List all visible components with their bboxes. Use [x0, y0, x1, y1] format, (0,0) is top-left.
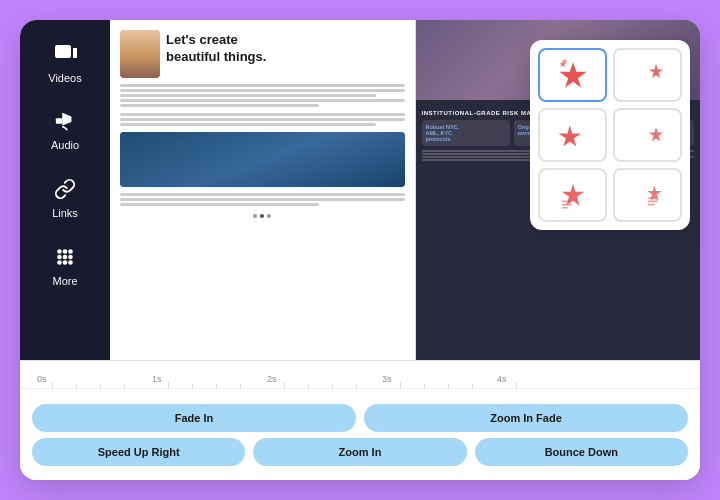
ruler-label-3s: 3s: [382, 374, 392, 384]
timeline-area: 0s 1s 2s 3s 4s: [20, 360, 700, 480]
svg-point-9: [68, 249, 73, 254]
dot-2: [260, 214, 264, 218]
book-headline: Let's createbeautiful things.: [166, 32, 405, 66]
star-cell-small[interactable]: [613, 48, 682, 102]
page-dots: [120, 212, 405, 220]
zoom-in-button[interactable]: Zoom In: [253, 438, 466, 466]
sidebar-item-links-label: Links: [52, 207, 78, 219]
links-icon: [54, 178, 76, 203]
svg-marker-16: [558, 125, 580, 146]
svg-point-11: [68, 260, 73, 265]
star-cell-left[interactable]: [538, 108, 607, 162]
svg-point-6: [63, 254, 68, 259]
svg-point-4: [63, 249, 68, 254]
hands-image: [120, 132, 405, 187]
svg-point-8: [63, 260, 68, 265]
body-text-block-1: [120, 84, 405, 107]
book-left-page: Let's createbeautiful things.: [110, 20, 416, 360]
animation-buttons: Fade In Zoom In Fade Speed Up Right Zoom…: [20, 389, 700, 480]
ruler-label-2s: 2s: [267, 374, 277, 384]
content-area: Let's createbeautiful things.: [110, 20, 700, 360]
svg-point-3: [57, 249, 62, 254]
star-cell-right-small[interactable]: [613, 108, 682, 162]
dot-1: [253, 214, 257, 218]
body-text-block-2: [120, 113, 405, 126]
main-container: Videos Audio: [20, 20, 700, 480]
svg-rect-0: [55, 45, 71, 58]
more-icon: [54, 246, 76, 271]
timeline-ruler: 0s 1s 2s 3s 4s: [20, 361, 700, 389]
ruler-label-1s: 1s: [152, 374, 162, 384]
rp-card-1-title: Robust NYC,AML, KYCprotocols: [426, 124, 506, 142]
animation-row-1: Fade In Zoom In Fade: [32, 404, 688, 432]
ruler-label-0s: 0s: [37, 374, 47, 384]
animation-row-2: Speed Up Right Zoom In Bounce Down: [32, 438, 688, 466]
star-cell-lines[interactable]: [538, 168, 607, 222]
videos-icon: [53, 41, 77, 68]
audio-icon: [54, 110, 76, 135]
top-area: Videos Audio: [20, 20, 700, 360]
svg-marker-15: [648, 64, 662, 78]
bounce-down-button[interactable]: Bounce Down: [475, 438, 688, 466]
svg-marker-1: [73, 48, 77, 58]
body-text-block-3: [120, 193, 405, 206]
fade-in-button[interactable]: Fade In: [32, 404, 356, 432]
rp-card-1: Robust NYC,AML, KYCprotocols: [422, 120, 510, 146]
sidebar: Videos Audio: [20, 20, 110, 360]
speed-up-right-button[interactable]: Speed Up Right: [32, 438, 245, 466]
ruler-container: 0s 1s 2s 3s 4s: [32, 361, 688, 388]
star-cell-striped[interactable]: [613, 168, 682, 222]
star-picker-panel: [530, 40, 690, 230]
page-header: Let's createbeautiful things.: [120, 30, 405, 78]
sidebar-item-more-label: More: [52, 275, 77, 287]
svg-point-5: [57, 254, 62, 259]
sidebar-item-audio-label: Audio: [51, 139, 79, 151]
sidebar-item-more[interactable]: More: [29, 234, 101, 298]
ruler-label-4s: 4s: [497, 374, 507, 384]
svg-point-7: [57, 260, 62, 265]
sidebar-item-audio[interactable]: Audio: [29, 98, 101, 162]
sidebar-item-videos-label: Videos: [48, 72, 81, 84]
svg-point-10: [68, 254, 73, 259]
star-cell-expand[interactable]: [538, 48, 607, 102]
profile-image: [120, 30, 160, 78]
zoom-in-fade-button[interactable]: Zoom In Fade: [364, 404, 688, 432]
sidebar-item-videos[interactable]: Videos: [29, 30, 101, 94]
svg-marker-17: [648, 127, 662, 141]
svg-rect-2: [56, 118, 62, 124]
sidebar-item-links[interactable]: Links: [29, 166, 101, 230]
dot-3: [267, 214, 271, 218]
